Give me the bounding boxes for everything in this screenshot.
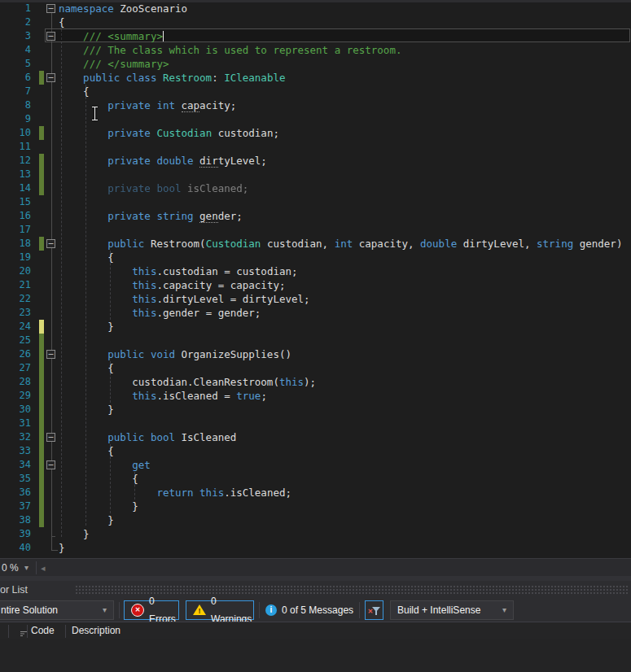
- errors-toggle-button[interactable]: ✕ 0 Errors: [124, 600, 179, 620]
- line-number: 2: [0, 15, 31, 29]
- change-tracking-bar: [39, 71, 44, 85]
- zoom-level-dropdown[interactable]: 0 %: [2, 559, 19, 577]
- line-number: 28: [0, 375, 31, 389]
- change-tracking-bar: [39, 513, 44, 527]
- change-tracking-bar: [39, 472, 44, 486]
- code-line[interactable]: 17: [0, 223, 631, 237]
- code-line[interactable]: 35 {: [0, 472, 631, 486]
- code-line[interactable]: 30 }: [0, 403, 631, 417]
- code-line[interactable]: 10 private Custodian custodian;: [0, 126, 631, 140]
- code-text: {: [59, 251, 114, 264]
- code-line[interactable]: 29 this.isCleaned = true;: [0, 389, 631, 403]
- code-text: {: [59, 85, 90, 98]
- code-line[interactable]: 32 public bool IsCleaned: [0, 430, 631, 444]
- scope-dropdown-label: ntire Solution: [1, 604, 58, 616]
- code-line[interactable]: 12 private double dirtyLevel;: [0, 154, 631, 168]
- code-line[interactable]: 19 {: [0, 251, 631, 264]
- line-number: 39: [0, 527, 31, 541]
- code-text: return this.isCleaned;: [59, 486, 291, 500]
- code-line[interactable]: 28 custodian.CleanRestroom(this);: [0, 375, 631, 389]
- filter-source-dropdown[interactable]: Build + IntelliSense ▾: [390, 600, 514, 620]
- code-editor[interactable]: 1namespace ZooScenario–2{3 /// <summary>…: [0, 0, 631, 558]
- code-text: }: [59, 541, 65, 555]
- code-line[interactable]: 23 this.gender = gender;: [0, 306, 631, 320]
- line-number: 38: [0, 513, 31, 527]
- filter-toggle-button[interactable]: ✕: [365, 600, 383, 620]
- code-line[interactable]: 25: [0, 334, 631, 347]
- warnings-toggle-button[interactable]: ! 0 Warnings: [186, 600, 254, 620]
- code-line[interactable]: 11: [0, 140, 631, 154]
- fold-marker[interactable]: –: [46, 460, 55, 469]
- error-list-header[interactable]: or List: [0, 581, 631, 599]
- line-number: 22: [0, 292, 31, 306]
- divider: [259, 602, 260, 618]
- fold-marker[interactable]: –: [46, 32, 55, 41]
- change-tracking-bar: [39, 430, 44, 444]
- code-line[interactable]: 6 public class Restroom: ICleanable: [0, 71, 631, 85]
- filter-source-label: Build + IntelliSense: [397, 604, 480, 616]
- code-line[interactable]: 34 get: [0, 458, 631, 472]
- code-text: get: [59, 458, 151, 472]
- code-line[interactable]: 3 /// <summary>: [0, 29, 631, 43]
- code-text: this.dirtyLevel = dirtyLevel;: [59, 292, 310, 306]
- code-line[interactable]: 40}: [0, 541, 631, 555]
- code-line[interactable]: 1namespace ZooScenario: [0, 2, 631, 15]
- fold-marker[interactable]: –: [46, 73, 55, 82]
- ibeam-stem: [94, 107, 95, 120]
- code-line[interactable]: 16 private string gender;: [0, 209, 631, 223]
- chevron-down-icon[interactable]: ▾: [24, 559, 28, 577]
- fold-marker[interactable]: –: [46, 350, 55, 359]
- column-header-description[interactable]: Description: [72, 622, 121, 639]
- line-number: 24: [0, 320, 31, 334]
- code-line[interactable]: 4 /// The class which is used to represe…: [0, 43, 631, 57]
- code-line[interactable]: 31: [0, 417, 631, 430]
- scroll-left-button[interactable]: ◂: [41, 559, 46, 577]
- code-line[interactable]: 21 this.capacity = capacity;: [0, 278, 631, 292]
- line-number: 12: [0, 154, 31, 168]
- code-text: {: [59, 361, 114, 375]
- line-number: 31: [0, 417, 31, 430]
- line-number: 34: [0, 458, 31, 472]
- scope-dropdown[interactable]: ntire Solution ▾: [0, 600, 114, 620]
- code-line[interactable]: 38 }: [0, 513, 631, 527]
- code-text: }: [59, 500, 138, 513]
- line-number: 7: [0, 85, 31, 98]
- code-line[interactable]: 39 }: [0, 527, 631, 541]
- line-number: 26: [0, 347, 31, 361]
- code-line[interactable]: 7 {: [0, 85, 631, 98]
- line-number: 32: [0, 430, 31, 444]
- code-line[interactable]: 14 private bool isCleaned;: [0, 181, 631, 195]
- error-list-column-headers: Code Description: [0, 622, 631, 640]
- code-text: /// <summary>: [59, 29, 163, 43]
- fold-marker[interactable]: –: [46, 433, 55, 442]
- code-line[interactable]: 15: [0, 195, 631, 209]
- code-line[interactable]: 37 }: [0, 500, 631, 513]
- column-header-code[interactable]: Code: [31, 622, 55, 639]
- messages-toggle-button[interactable]: i 0 of 5 Messages: [265, 600, 353, 620]
- code-text: this.capacity = capacity;: [59, 278, 285, 292]
- code-line[interactable]: 26 public void OrganizeSupplies(): [0, 347, 631, 361]
- code-line[interactable]: 33 {: [0, 444, 631, 458]
- code-line[interactable]: 18 public Restroom(Custodian custodian, …: [0, 237, 631, 251]
- code-line[interactable]: 36 return this.isCleaned;: [0, 486, 631, 500]
- code-text: private int capacity;: [59, 98, 236, 112]
- code-text: private bool isCleaned;: [59, 181, 248, 195]
- horizontal-scrollbar-row[interactable]: 0 % ▾ ◂: [0, 558, 631, 577]
- code-line[interactable]: 2{: [0, 15, 631, 29]
- code-text: }: [59, 527, 90, 541]
- change-tracking-bar: [39, 486, 44, 500]
- fold-marker[interactable]: –: [46, 239, 55, 248]
- code-line[interactable]: 27 {: [0, 361, 631, 375]
- code-line[interactable]: 22 this.dirtyLevel = dirtyLevel;: [0, 292, 631, 306]
- code-text: /// The class which is used to represent…: [59, 43, 401, 57]
- code-line[interactable]: 5 /// </summary>: [0, 57, 631, 71]
- line-number: 3: [0, 29, 31, 43]
- code-line[interactable]: 24 }: [0, 320, 631, 334]
- code-line[interactable]: 13: [0, 168, 631, 181]
- fold-marker[interactable]: –: [46, 4, 55, 13]
- code-line[interactable]: 20 this.custodian = custodian;: [0, 264, 631, 278]
- line-number: 27: [0, 361, 31, 375]
- change-tracking-bar-unsaved: [39, 320, 44, 334]
- line-number: 6: [0, 71, 31, 85]
- change-tracking-bar: [39, 458, 44, 472]
